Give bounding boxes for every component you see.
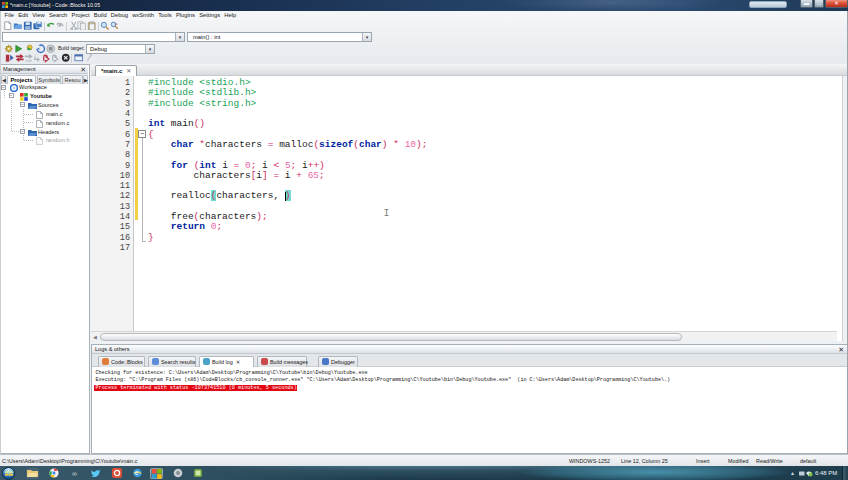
svg-text:a: a [115, 21, 118, 26]
svg-text:e: e [135, 469, 139, 476]
